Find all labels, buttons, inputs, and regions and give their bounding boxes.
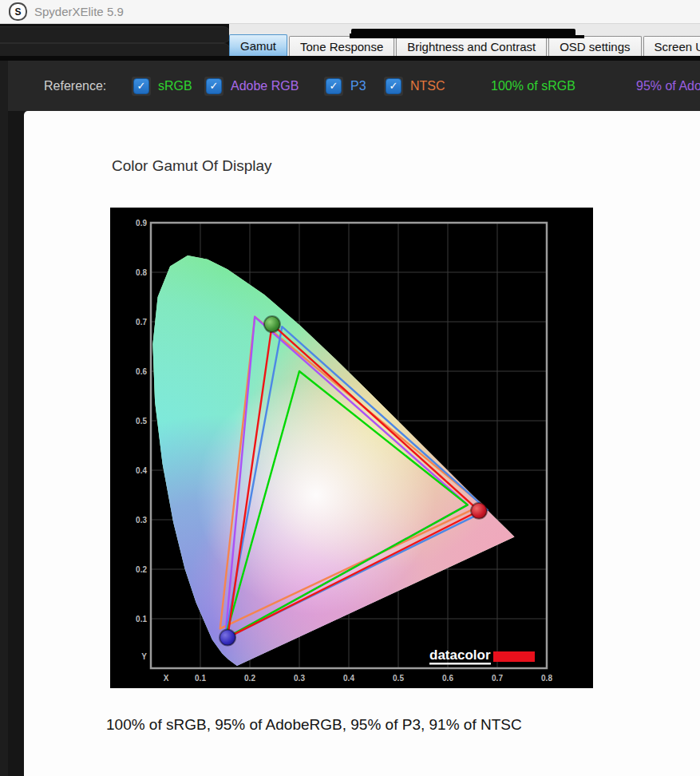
reference-option-adobe-rgb: ✓Adobe RGB	[204, 77, 299, 96]
srgb-checkbox[interactable]: ✓	[133, 78, 149, 94]
cie-chromaticity-chart: 0.10.20.30.40.50.60.70.80.10.20.30.40.50…	[110, 208, 593, 688]
content-panel: Color Gamut Of Display	[24, 111, 700, 776]
svg-text:0.6: 0.6	[136, 367, 147, 376]
adobe-rgb-checkbox[interactable]: ✓	[206, 78, 222, 94]
svg-text:X: X	[164, 674, 169, 683]
svg-text:0.8: 0.8	[541, 674, 552, 683]
option-label: Adobe RGB	[231, 79, 299, 93]
svg-text:0.5: 0.5	[136, 417, 147, 426]
display-blue-primary	[219, 630, 235, 646]
tab-tone-response[interactable]: Tone Response	[289, 36, 394, 56]
tab-gamut[interactable]: Gamut	[229, 34, 287, 56]
datacolor-logo-text: datacolor	[429, 647, 491, 663]
svg-text:0.1: 0.1	[195, 674, 206, 683]
redacted-text	[351, 29, 575, 37]
tab-brightness-and-contrast[interactable]: Brightness and Contrast	[396, 36, 547, 56]
left-gutter	[0, 61, 8, 776]
reference-label: Reference:	[44, 79, 106, 93]
p3-checkbox[interactable]: ✓	[326, 78, 342, 94]
svg-text:0.6: 0.6	[442, 674, 453, 683]
result-text: 100% of sRGB, 95% of AdobeRGB, 95% of P3…	[106, 716, 522, 734]
app-logo-icon: S	[9, 2, 27, 21]
collapsed-dark-panel	[0, 26, 231, 43]
svg-text:0.8: 0.8	[136, 268, 147, 277]
option-label: sRGB	[158, 79, 192, 93]
tab-strip: GamutTone ResponseBrightness and Contras…	[229, 34, 700, 56]
logo-underline	[429, 663, 491, 665]
svg-text:Y: Y	[141, 652, 147, 661]
display-red-primary	[471, 503, 487, 519]
top-strip: GamutTone ResponseBrightness and Contras…	[0, 24, 700, 61]
reference-option-p3: ✓P3	[324, 77, 366, 96]
tab-osd-settings[interactable]: OSD settings	[548, 36, 641, 56]
ntsc-checkbox[interactable]: ✓	[386, 78, 401, 94]
checkbox-well: ✓	[204, 77, 223, 96]
svg-text:0.2: 0.2	[244, 674, 255, 683]
logo-red-bar	[493, 651, 535, 662]
svg-text:0.4: 0.4	[136, 466, 147, 475]
svg-text:0.3: 0.3	[136, 516, 147, 525]
svg-text:0.3: 0.3	[294, 674, 305, 683]
reference-bar: Reference: ✓sRGB✓Adobe RGB✓P3✓NTSC 100% …	[0, 61, 700, 111]
checkbox-well: ✓	[132, 77, 151, 96]
reference-option-ntsc: ✓NTSC	[384, 77, 445, 96]
svg-text:0.7: 0.7	[492, 674, 503, 683]
datacolor-logo: datacolor	[429, 647, 535, 665]
gamut-summary-text: 100% of sRGB	[491, 79, 575, 93]
window-titlebar: S SpyderXElite 5.9	[0, 0, 700, 24]
reference-option-srgb: ✓sRGB	[132, 77, 192, 96]
tab-screen-uniformity[interactable]: Screen Uniformity	[643, 36, 700, 56]
gamut-summary-text: 95% of Ado	[636, 79, 700, 93]
option-label: P3	[350, 79, 366, 93]
svg-text:0.7: 0.7	[136, 318, 147, 327]
svg-text:0.2: 0.2	[136, 565, 147, 574]
checkbox-well: ✓	[384, 77, 403, 96]
spectral-locus-shape	[152, 255, 514, 666]
display-green-primary	[264, 316, 280, 332]
checkbox-well: ✓	[324, 77, 343, 96]
app-title: SpyderXElite 5.9	[34, 5, 124, 18]
chart-frame: 0.10.20.30.40.50.60.70.80.10.20.30.40.50…	[110, 208, 593, 688]
svg-text:0.4: 0.4	[343, 674, 354, 683]
svg-text:0.9: 0.9	[136, 219, 147, 228]
page-title: Color Gamut Of Display	[112, 157, 272, 175]
svg-text:0.1: 0.1	[136, 615, 147, 624]
svg-text:0.5: 0.5	[393, 674, 404, 683]
option-label: NTSC	[410, 79, 445, 93]
